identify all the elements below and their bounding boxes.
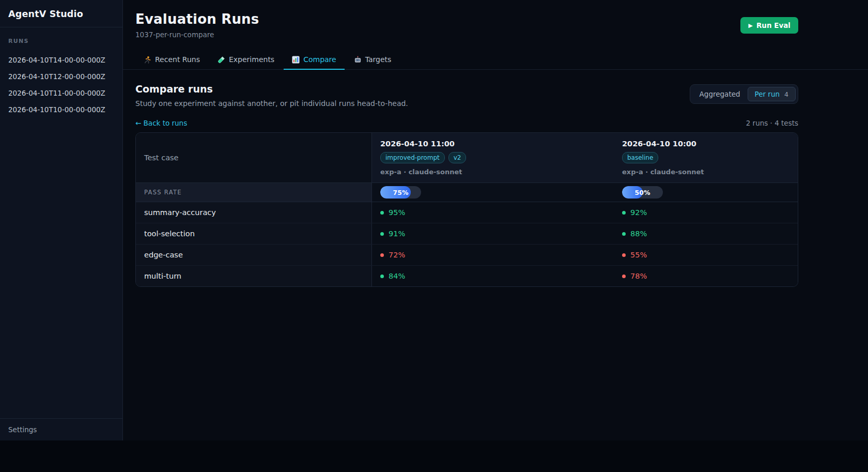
sidebar-run-item[interactable]: 2026-04-10T14-00-00-000Z — [8, 52, 114, 68]
score-value: 92% — [630, 208, 647, 217]
run-column-header: 2026-04-10 10:00 baseline exp-a · claude… — [614, 133, 798, 182]
back-to-runs-link[interactable]: ← Back to runs — [135, 119, 187, 127]
status-dot-icon — [622, 232, 626, 236]
score-value: 78% — [630, 272, 647, 280]
pass-rate-row: PASS RATE 75% 50% — [136, 183, 798, 202]
run-meta: exp-a · claude-sonnet — [380, 168, 606, 176]
table-header-row: Test case 2026-04-10 11:00 improved-prom… — [136, 133, 798, 183]
pass-rate-cell: 50% — [614, 183, 798, 202]
view-mode-toggle: Aggregated Per run 4 — [690, 84, 798, 104]
score-value: 55% — [630, 251, 647, 259]
run-datetime: 2026-04-10 10:00 — [622, 140, 789, 148]
robot-icon — [354, 56, 362, 64]
sidebar-run-item[interactable]: 2026-04-10T12-00-00-000Z — [8, 68, 114, 85]
sidebar-footer: Settings — [0, 418, 122, 440]
status-dot-icon — [622, 275, 626, 278]
tab-label: Compare — [303, 55, 336, 64]
test-name-cell: edge-case — [136, 245, 371, 265]
section-title: Compare runs — [135, 83, 408, 95]
badge-row: improved-prompt v2 — [380, 152, 606, 163]
toggle-per-run-count: 4 — [784, 90, 788, 98]
run-eval-button[interactable]: ▶ Run Eval — [740, 17, 798, 34]
pass-rate-bar: 75% — [380, 186, 421, 199]
sidebar-run-item[interactable]: 2026-04-10T10-00-00-000Z — [8, 101, 114, 118]
section-description: Study one experiment against another, or… — [135, 99, 408, 108]
runner-icon — [144, 56, 151, 64]
run-datetime: 2026-04-10 11:00 — [380, 140, 606, 148]
score-cell: 95% — [371, 202, 614, 223]
status-dot-icon — [380, 275, 384, 278]
tab-recent-runs[interactable]: Recent Runs — [135, 51, 208, 70]
score-value: 91% — [389, 230, 405, 238]
test-name-cell: multi-turn — [136, 266, 371, 286]
table-row: tool-selection 91% 88% — [136, 223, 798, 245]
play-icon: ▶ — [748, 22, 752, 29]
tab-label: Experiments — [229, 55, 274, 64]
settings-link[interactable]: Settings — [8, 425, 114, 434]
test-name-cell: summary-accuracy — [136, 202, 371, 223]
run-badge: improved-prompt — [380, 152, 445, 163]
score-cell: 91% — [371, 223, 614, 244]
status-dot-icon — [380, 211, 384, 215]
tab-label: Recent Runs — [155, 55, 200, 64]
page-subtitle: 1037-per-run-compare — [135, 31, 259, 39]
run-badge: baseline — [622, 152, 658, 163]
sidebar-run-item[interactable]: 2026-04-10T11-00-00-000Z — [8, 85, 114, 101]
bar-chart-icon — [292, 56, 300, 64]
sidebar-header: AgentV Studio — [0, 0, 122, 27]
pass-rate-label: PASS RATE — [144, 189, 182, 196]
score-cell: 55% — [614, 245, 798, 265]
toggle-per-run-label: Per run — [755, 90, 780, 98]
section-title-block: Compare runs Study one experiment agains… — [135, 83, 408, 108]
tab-experiments[interactable]: Experiments — [209, 51, 283, 70]
status-dot-icon — [380, 232, 384, 236]
test-case-header-label: Test case — [144, 154, 179, 162]
pass-rate-cell: 75% — [371, 183, 614, 202]
pass-rate-bar-label: 75% — [380, 186, 421, 199]
status-dot-icon — [380, 253, 384, 257]
score-cell: 78% — [614, 266, 798, 286]
table-row: multi-turn 84% 78% — [136, 266, 798, 286]
test-tube-icon — [218, 56, 225, 64]
sidebar-run-list: RUNS 2026-04-10T14-00-00-000Z 2026-04-10… — [0, 27, 122, 418]
score-value: 95% — [389, 208, 405, 217]
score-value: 84% — [389, 272, 405, 280]
meta-row: ← Back to runs 2 runs · 4 tests — [135, 119, 798, 127]
compare-section: Compare runs Study one experiment agains… — [123, 70, 868, 287]
runs-summary: 2 runs · 4 tests — [746, 119, 798, 127]
run-eval-label: Run Eval — [756, 21, 791, 29]
badge-row: baseline — [622, 152, 789, 163]
table-row: summary-accuracy 95% 92% — [136, 202, 798, 223]
score-cell: 92% — [614, 202, 798, 223]
tab-targets[interactable]: Targets — [346, 51, 400, 70]
app-window: AgentV Studio RUNS 2026-04-10T14-00-00-0… — [0, 0, 868, 440]
toggle-aggregated[interactable]: Aggregated — [692, 87, 748, 101]
compare-table: Test case 2026-04-10 11:00 improved-prom… — [135, 132, 798, 287]
score-cell: 84% — [371, 266, 614, 286]
run-meta: exp-a · claude-sonnet — [622, 168, 789, 176]
run-column-header: 2026-04-10 11:00 improved-prompt v2 exp-… — [371, 133, 614, 182]
score-value: 88% — [630, 230, 647, 238]
tab-label: Targets — [365, 55, 392, 64]
tab-bar: Recent Runs Experiments Compare Targets — [123, 51, 868, 70]
tab-compare[interactable]: Compare — [284, 51, 345, 70]
score-cell: 72% — [371, 245, 614, 265]
pass-rate-bar: 50% — [622, 186, 663, 199]
score-value: 72% — [389, 251, 405, 259]
app-title: AgentV Studio — [8, 9, 114, 19]
page-header: Evaluation Runs 1037-per-run-compare ▶ R… — [123, 0, 868, 39]
page-title: Evaluation Runs — [135, 11, 259, 27]
section-head: Compare runs Study one experiment agains… — [135, 83, 798, 108]
main-panel: Evaluation Runs 1037-per-run-compare ▶ R… — [123, 0, 868, 440]
score-cell: 88% — [614, 223, 798, 244]
table-row: edge-case 72% 55% — [136, 245, 798, 266]
page-title-block: Evaluation Runs 1037-per-run-compare — [135, 11, 259, 39]
test-name-cell: tool-selection — [136, 223, 371, 244]
test-case-header-cell: Test case — [136, 133, 371, 182]
toggle-per-run[interactable]: Per run 4 — [748, 87, 796, 101]
run-badge: v2 — [448, 152, 467, 163]
status-dot-icon — [622, 211, 626, 215]
pass-rate-bar-label: 50% — [622, 186, 663, 199]
runs-section-label: RUNS — [8, 38, 114, 44]
pass-rate-label-cell: PASS RATE — [136, 183, 371, 202]
